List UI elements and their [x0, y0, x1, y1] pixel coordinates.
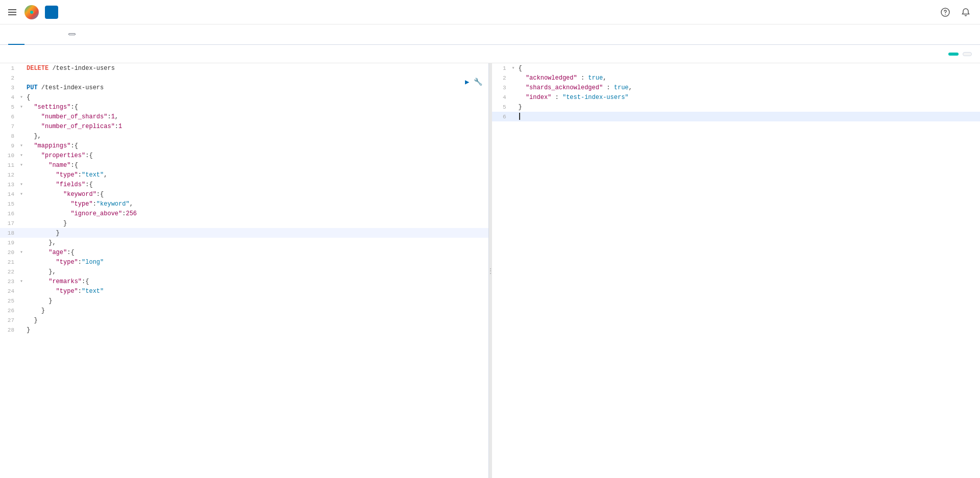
line-content: "index" : "test-index-users"	[517, 92, 981, 102]
tab-grok-debugger[interactable]	[41, 24, 57, 45]
editor-code-table: 1 DELETE /test-index-users 2 3 PUT /test…	[0, 63, 488, 335]
line-content[interactable]: "keyword":{	[24, 189, 488, 199]
line-content[interactable]: "type":"keyword",	[24, 199, 488, 209]
line-num: 12	[0, 170, 18, 180]
line-content[interactable]: {	[24, 92, 488, 102]
svg-point-1	[30, 11, 33, 14]
status-badge	[948, 53, 959, 56]
output-line-3: 3 "shards_acknowledged" : true,	[492, 83, 981, 92]
editor-line-25: 25 }	[0, 296, 488, 306]
line-fold	[18, 257, 24, 267]
line-content[interactable]: }	[24, 218, 488, 228]
line-fold	[18, 306, 24, 315]
editor-line-1: 1 DELETE /test-index-users	[0, 63, 488, 73]
line-content[interactable]: }	[24, 296, 488, 306]
line-content[interactable]: },	[24, 238, 488, 247]
editor-line-2: 2	[0, 73, 488, 83]
tab-search-profiler[interactable]	[24, 24, 41, 45]
line-fold[interactable]: ▾	[18, 180, 24, 189]
line-num: 3	[492, 83, 510, 92]
editor-actions: ▶ 🔧	[465, 78, 482, 86]
line-fold[interactable]: ▾	[18, 160, 24, 170]
editor-line-19: 19 },	[0, 238, 488, 247]
line-content[interactable]: },	[24, 131, 488, 141]
editor-line-28: 28 }	[0, 325, 488, 335]
editor-line-8: 8 },	[0, 131, 488, 141]
user-avatar[interactable]	[45, 6, 58, 19]
line-content[interactable]: "name":{	[24, 160, 488, 170]
line-content[interactable]: PUT /test-index-users	[24, 83, 488, 92]
line-fold	[18, 286, 24, 296]
line-fold[interactable]: ▾	[18, 276, 24, 286]
line-content[interactable]: }	[24, 315, 488, 325]
line-content[interactable]: "fields":{	[24, 180, 488, 189]
editor-line-11: 11 ▾ "name":{	[0, 160, 488, 170]
line-content[interactable]: "remarks":{	[24, 276, 488, 286]
line-fold[interactable]: ▾	[18, 189, 24, 199]
line-num: 5	[0, 102, 18, 112]
line-content[interactable]: }	[24, 325, 488, 335]
line-fold[interactable]: ▾	[18, 92, 24, 102]
line-num: 11	[0, 160, 18, 170]
menu-bar-right	[948, 52, 972, 56]
line-fold	[18, 267, 24, 276]
line-content[interactable]: DELETE /test-index-users	[24, 63, 488, 73]
line-fold[interactable]: ▾	[18, 141, 24, 150]
line-num: 13	[0, 180, 18, 189]
line-fold[interactable]: ▾	[510, 63, 517, 73]
line-fold[interactable]: ▾	[18, 150, 24, 160]
logo-icon	[24, 5, 39, 19]
editor-line-4: 4 ▾ {	[0, 92, 488, 102]
line-fold	[510, 112, 517, 121]
beta-badge	[68, 33, 76, 35]
time-badge	[963, 52, 972, 56]
line-content[interactable]: "properties":{	[24, 150, 488, 160]
line-fold	[18, 131, 24, 141]
line-fold	[510, 102, 517, 112]
line-content[interactable]: "settings":{	[24, 102, 488, 112]
line-num: 22	[0, 267, 18, 276]
line-content[interactable]: "type":"long"	[24, 257, 488, 267]
line-content[interactable]: "number_of_shards":1,	[24, 112, 488, 121]
editor-line-21: 21 "type":"long"	[0, 257, 488, 267]
output-line-1: 1 ▾ {	[492, 63, 981, 73]
editor-line-10: 10 ▾ "properties":{	[0, 150, 488, 160]
line-fold[interactable]: ▾	[18, 102, 24, 112]
line-fold	[18, 63, 24, 73]
line-num: 8	[0, 131, 18, 141]
line-content[interactable]: },	[24, 267, 488, 276]
editor-line-7: 7 "number_of_replicas":1	[0, 121, 488, 131]
line-num: 7	[0, 121, 18, 131]
line-content[interactable]: "type":"text"	[24, 286, 488, 296]
line-num: 24	[0, 286, 18, 296]
line-content[interactable]: }	[24, 306, 488, 315]
line-content[interactable]: "mappings":{	[24, 141, 488, 150]
line-num: 19	[0, 238, 18, 247]
tab-console[interactable]	[8, 24, 24, 45]
hamburger-icon[interactable]	[6, 7, 18, 17]
wrench-icon[interactable]: 🔧	[474, 78, 482, 86]
line-num: 23	[0, 276, 18, 286]
line-fold	[510, 73, 517, 83]
line-fold	[18, 238, 24, 247]
tab-painless-lab[interactable]	[57, 24, 84, 45]
line-content[interactable]	[24, 73, 488, 83]
editor-line-9: 9 ▾ "mappings":{	[0, 141, 488, 150]
line-content[interactable]: }	[24, 228, 488, 238]
line-content[interactable]: "age":{	[24, 247, 488, 257]
line-num: 14	[0, 189, 18, 199]
editor-line-18: 18 }	[0, 228, 488, 238]
line-content[interactable]: "ignore_above":256	[24, 209, 488, 218]
editor-line-12: 12 "type":"text",	[0, 170, 488, 180]
line-num: 20	[0, 247, 18, 257]
notification-icon[interactable]	[958, 4, 974, 20]
line-num: 15	[0, 199, 18, 209]
editor-line-22: 22 },	[0, 267, 488, 276]
line-content[interactable]: "number_of_replicas":1	[24, 121, 488, 131]
line-fold[interactable]: ▾	[18, 247, 24, 257]
editor-pane[interactable]: ▶ 🔧 1 DELETE /test-index-users 2 3 PUT /…	[0, 63, 489, 478]
line-content[interactable]: "type":"text",	[24, 170, 488, 180]
line-fold	[18, 121, 24, 131]
help-icon[interactable]	[937, 4, 953, 20]
run-icon[interactable]: ▶	[465, 78, 469, 86]
